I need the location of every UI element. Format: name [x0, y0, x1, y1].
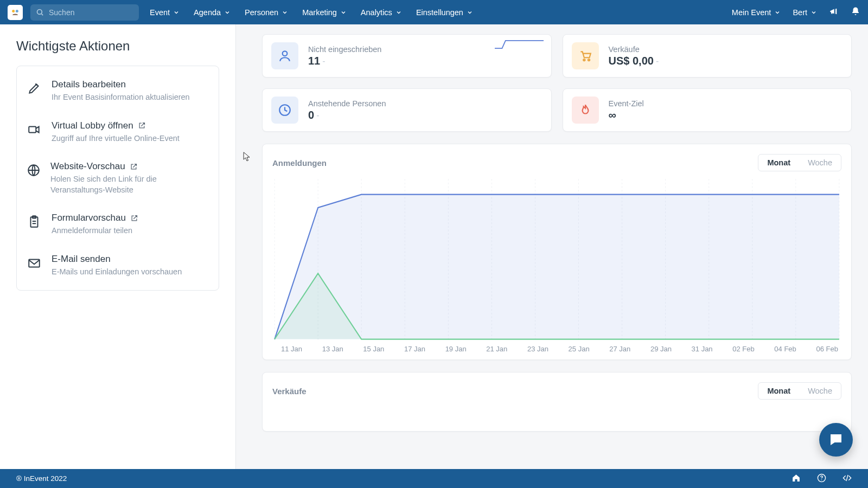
stat-event-ziel[interactable]: Event-Ziel∞ [563, 88, 852, 132]
chart-toggle: Monat Woche [758, 154, 841, 171]
mouse-cursor-icon [243, 152, 251, 163]
megaphone-icon[interactable] [829, 7, 839, 18]
toggle-monat[interactable]: Monat [758, 383, 799, 399]
app-logo[interactable] [8, 5, 23, 20]
chart-area [272, 179, 841, 342]
svg-point-27 [821, 479, 822, 480]
main: Wichtigste Aktionen Details bearbeitenIh… [0, 24, 868, 469]
nav-my-event[interactable]: Mein Event [732, 8, 781, 17]
svg-rect-7 [29, 259, 40, 267]
stat-nicht-eingeschrieben[interactable]: Nicht eingeschrieben11- [262, 34, 552, 78]
chevron-down-icon [173, 9, 180, 16]
chart-toggle: Monat Woche [758, 382, 841, 400]
toggle-woche[interactable]: Woche [799, 383, 841, 399]
external-link-icon [130, 163, 138, 171]
action-details-bearbeiten[interactable]: Details bearbeitenIhr Event Basisinforma… [27, 70, 209, 112]
help-icon[interactable] [817, 473, 826, 484]
footer-copyright: ® InEvent 2022 [16, 474, 67, 483]
chevron-down-icon [810, 9, 817, 16]
actions-card: Details bearbeitenIhr Event Basisinforma… [16, 66, 219, 291]
chevron-down-icon [395, 9, 402, 16]
action-title: Formularvorschau [52, 213, 138, 223]
svg-rect-3 [29, 126, 36, 132]
stat-anstehende-personen[interactable]: Anstehende Personen0- [262, 88, 552, 132]
svg-point-0 [12, 10, 15, 12]
chart-title: Verkäufe [272, 387, 307, 396]
nav-user[interactable]: Bert [793, 8, 817, 17]
sidebar: Wichtigste Aktionen Details bearbeitenIh… [0, 24, 236, 469]
nav-event[interactable]: Event [150, 8, 180, 17]
action-website-vorschau[interactable]: Website-VorschauHolen Sie sich den Link … [27, 152, 209, 204]
fire-icon [572, 97, 599, 124]
external-link-icon [130, 214, 138, 222]
chat-fab[interactable] [819, 423, 853, 457]
action-title: E-Mail senden [52, 254, 182, 265]
chevron-down-icon [774, 9, 781, 16]
globe-icon [27, 161, 41, 177]
sparkline [495, 39, 544, 50]
user-icon [271, 42, 298, 69]
clock-icon [271, 97, 298, 124]
stat-verkaeufe[interactable]: VerkäufeUS$ 0,00- [563, 34, 852, 78]
nav-marketing[interactable]: Marketing [302, 8, 347, 17]
stat-label: Nicht eingeschrieben [308, 45, 381, 54]
footer: ® InEvent 2022 [0, 469, 868, 488]
chart-verkaeufe: Verkäufe Monat Woche [262, 372, 852, 432]
logo-icon [10, 7, 21, 18]
code-icon[interactable] [843, 473, 852, 484]
toggle-monat[interactable]: Monat [758, 155, 799, 171]
toggle-woche[interactable]: Woche [799, 155, 841, 171]
svg-point-9 [583, 59, 585, 61]
action-desc: Ihr Event Basisinformation aktualisieren [52, 92, 190, 103]
chart-anmeldungen: Anmeldungen Monat Woche 11 Jan13 Jan15 J… [262, 144, 852, 360]
bell-icon[interactable] [851, 7, 860, 18]
action-formularvorschau[interactable]: FormularvorschauAnmeldeformular teilen [27, 204, 209, 245]
top-nav: Event Agenda Personen Marketing Analytic… [0, 0, 868, 24]
nav-agenda[interactable]: Agenda [194, 8, 231, 17]
home-icon[interactable] [792, 473, 801, 484]
chart-x-labels: 11 Jan13 Jan15 Jan17 Jan19 Jan21 Jan23 J… [272, 342, 841, 353]
search-icon [36, 8, 44, 18]
action-desc: Anmeldeformular teilen [52, 226, 138, 236]
stats-grid: Nicht eingeschrieben11- VerkäufeUS$ 0,00… [262, 34, 852, 132]
cart-icon [572, 42, 599, 69]
nav-einstellungen[interactable]: Einstellungen [416, 8, 473, 17]
chevron-down-icon [340, 9, 347, 16]
chevron-down-icon [224, 9, 231, 16]
action-desc: Zugriff auf Ihre virtuelle Online-Event [52, 133, 180, 144]
nav-right: Mein Event Bert [732, 7, 860, 18]
action-desc: E-Mails und Einladungen vorschauen [52, 267, 182, 278]
chevron-down-icon [467, 9, 473, 16]
svg-point-1 [16, 10, 18, 12]
sidebar-title: Wichtigste Aktionen [16, 38, 219, 54]
nav-analytics[interactable]: Analytics [361, 8, 402, 17]
stat-value: 0- [308, 109, 386, 121]
svg-point-2 [37, 9, 42, 14]
content: Nicht eingeschrieben11- VerkäufeUS$ 0,00… [236, 24, 868, 469]
stat-label: Event-Ziel [609, 99, 644, 108]
camera-icon [27, 120, 42, 137]
clipboard-icon [27, 213, 42, 229]
search-wrap [30, 4, 139, 21]
nav-items: Event Agenda Personen Marketing Analytic… [150, 8, 473, 17]
chart-title: Anmeldungen [272, 158, 327, 168]
svg-point-8 [283, 51, 288, 56]
action-title: Website-Vorschau [50, 161, 209, 172]
chat-icon [828, 432, 844, 448]
stat-label: Verkäufe [609, 45, 659, 54]
external-link-icon [138, 121, 146, 130]
action-virtual-lobby[interactable]: Virtual Lobby öffnenZugriff auf Ihre vir… [27, 112, 209, 153]
chevron-down-icon [282, 9, 288, 16]
stat-label: Anstehende Personen [308, 99, 386, 108]
search-input[interactable] [30, 4, 139, 21]
stat-value: 11- [308, 55, 381, 67]
pencil-icon [27, 79, 42, 95]
svg-point-10 [588, 59, 589, 61]
mail-icon [27, 254, 42, 270]
stat-value: US$ 0,00- [609, 55, 659, 67]
action-title: Details bearbeiten [52, 79, 190, 90]
action-desc: Holen Sie sich den Link für die Veransta… [50, 174, 209, 195]
action-email-senden[interactable]: E-Mail sendenE-Mails und Einladungen vor… [27, 245, 209, 286]
nav-personen[interactable]: Personen [245, 8, 288, 17]
stat-value: ∞ [609, 109, 644, 121]
